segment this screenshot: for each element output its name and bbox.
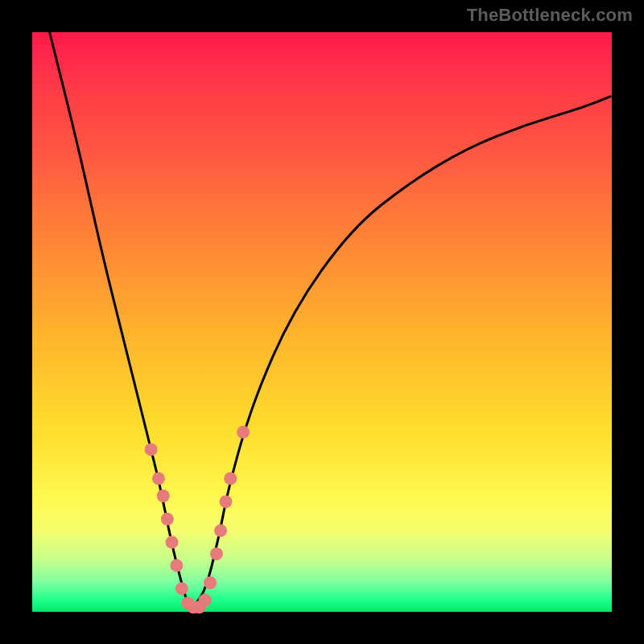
highlight-point: [166, 536, 179, 549]
highlight-point: [161, 513, 174, 526]
marker-layer: [145, 426, 250, 613]
watermark-text: TheBottleneck.com: [467, 5, 633, 26]
highlight-point: [224, 472, 237, 485]
curve-layer: [50, 32, 612, 606]
highlight-point: [237, 426, 250, 439]
highlight-point: [157, 489, 170, 502]
highlight-point: [170, 559, 183, 572]
highlight-point: [210, 547, 223, 560]
highlight-point: [199, 594, 212, 607]
highlight-point: [204, 576, 217, 589]
highlight-point: [219, 495, 232, 508]
highlight-point: [145, 443, 158, 456]
highlight-point: [175, 582, 188, 595]
chart-svg: [32, 32, 612, 612]
highlight-point: [214, 524, 227, 537]
bottleneck-curve: [50, 32, 612, 606]
chart-frame: TheBottleneck.com: [0, 0, 644, 644]
highlight-point: [152, 472, 165, 485]
